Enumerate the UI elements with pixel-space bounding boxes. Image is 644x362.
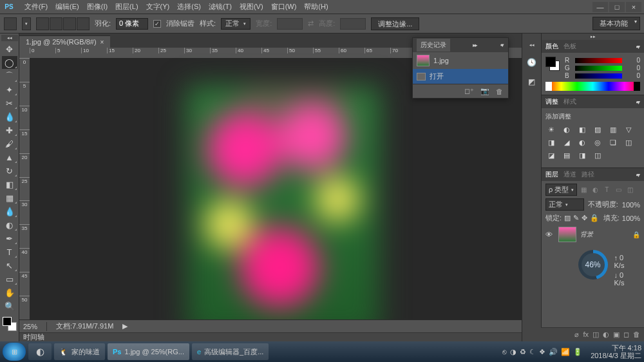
adjustment-icon[interactable]: ▽ [623, 125, 634, 135]
layer-name[interactable]: 背景 [580, 230, 593, 239]
zoom-tool[interactable]: 🔍 [2, 300, 17, 312]
foreground-color[interactable] [3, 317, 12, 326]
minimize-button[interactable]: — [592, 2, 608, 12]
new-layer-icon[interactable]: ◻ [623, 330, 629, 339]
layers-tab[interactable]: 图层 [545, 170, 558, 179]
color-swatch[interactable] [3, 317, 17, 331]
feather-input[interactable] [116, 18, 148, 30]
link-layers-icon[interactable]: ⌀ [574, 330, 579, 339]
brush-tool[interactable]: 🖌 [2, 137, 17, 150]
menu-file[interactable]: 文件(F) [21, 1, 52, 13]
adjustment-icon[interactable]: ◐ [561, 125, 572, 135]
color-tab[interactable]: 颜色 [545, 42, 558, 51]
toolbox-collapse[interactable]: ◂◂ [1, 35, 18, 41]
workspace-switcher[interactable]: 基本功能 [592, 17, 640, 30]
adjustment-icon[interactable]: ◨ [576, 151, 587, 160]
lasso-tool[interactable]: ⌒ [2, 70, 17, 82]
dock-properties-icon[interactable]: ◩ [526, 76, 538, 88]
filter-shape-icon[interactable]: ▭ [613, 186, 623, 195]
fg-swatch[interactable] [545, 57, 556, 67]
lock-trans-icon[interactable]: ▨ [564, 214, 571, 222]
dock-history-icon[interactable]: 🕓 [526, 57, 538, 68]
b-value[interactable]: 0 [626, 72, 640, 79]
layer-filter-kind[interactable]: ρ 类型 [545, 184, 577, 196]
refine-edge-button[interactable]: 调整边缘... [371, 17, 419, 30]
healing-brush-tool[interactable]: ✚ [2, 124, 17, 137]
adjustment-icon[interactable]: ▤ [561, 151, 572, 160]
swatches-tab[interactable]: 色板 [564, 42, 576, 51]
crop-tool[interactable]: ✂ [2, 97, 17, 110]
layer-thumbnail[interactable] [558, 227, 576, 242]
b-slider[interactable] [575, 73, 622, 79]
filter-smart-icon[interactable]: ◫ [625, 186, 635, 195]
opacity-value[interactable]: 100% [622, 201, 640, 209]
start-button[interactable]: ⊞ [3, 343, 26, 361]
lock-pos-icon[interactable]: ✥ [582, 214, 587, 222]
layer-visibility-icon[interactable]: 👁 [545, 231, 554, 238]
styles-tab[interactable]: 样式 [564, 97, 576, 106]
lock-all-icon[interactable]: 🔒 [590, 214, 599, 222]
menu-layer[interactable]: 图层(L) [111, 1, 142, 13]
menu-image[interactable]: 图像(I) [83, 1, 111, 13]
ruler-vertical[interactable]: 05101520253035404550 [19, 58, 30, 319]
history-new-doc-icon[interactable]: ◻⁺ [464, 87, 474, 95]
eyedropper-tool[interactable]: 💧 [2, 110, 17, 123]
adjustment-icon[interactable]: ❏ [607, 138, 618, 148]
eraser-tool[interactable]: ◧ [2, 178, 17, 191]
adjustment-icon[interactable]: ◪ [545, 151, 556, 160]
marquee-tool[interactable]: ◯ [2, 56, 17, 69]
current-tool-icon[interactable] [4, 17, 17, 30]
gradient-tool[interactable]: ▦ [2, 191, 17, 204]
stamp-tool[interactable]: ▲ [2, 151, 17, 164]
selection-add-icon[interactable] [50, 17, 62, 30]
adjustment-icon[interactable]: ◐ [576, 138, 587, 148]
history-snapshot[interactable]: 1.jpg [413, 52, 508, 69]
document-tab[interactable]: 1.jpg @ 25%(RGB/8#) × [19, 35, 110, 48]
filter-type-icon[interactable]: T [601, 186, 612, 195]
history-step[interactable]: 打开 [413, 69, 508, 84]
pen-tool[interactable]: ✒ [2, 232, 17, 245]
lock-pixel-icon[interactable]: ✎ [573, 214, 579, 222]
fill-value[interactable]: 100% [622, 214, 640, 222]
status-caret[interactable]: ▶ [122, 322, 128, 330]
adjustment-icon[interactable]: ◫ [623, 138, 634, 148]
antialias-checkbox[interactable]: ✓ [153, 20, 161, 28]
layer-fx-icon[interactable]: fx [583, 330, 589, 339]
selection-intersect-icon[interactable] [77, 17, 90, 30]
timeline-bar[interactable]: 时间轴 [19, 332, 522, 341]
menu-view[interactable]: 视图(V) [236, 1, 267, 13]
type-tool[interactable]: T [2, 245, 17, 258]
tray-icon[interactable]: ☾ [529, 348, 536, 356]
tray-icon[interactable]: ⎋ [502, 348, 507, 356]
adjustment-icon[interactable]: ◢ [561, 138, 572, 148]
adjustments-tab[interactable]: 调整 [545, 97, 558, 106]
menu-window[interactable]: 窗口(W) [267, 1, 301, 13]
tray-battery-icon[interactable]: 🔋 [573, 348, 582, 356]
adjustment-icon[interactable]: ▥ [607, 125, 618, 135]
r-value[interactable]: 0 [626, 57, 640, 64]
path-tool[interactable]: ↖ [2, 259, 17, 272]
history-tab[interactable]: 历史记录 [417, 39, 450, 52]
r-slider[interactable] [575, 58, 622, 63]
menu-filter[interactable]: 滤镜(T) [205, 1, 236, 13]
tray-network-icon[interactable]: 📶 [561, 348, 570, 356]
channels-tab[interactable]: 通道 [564, 170, 576, 179]
adjustment-icon[interactable]: ◫ [592, 151, 603, 160]
history-panel[interactable]: 历史记录 ▸▸ ▪▾ 1.jpg 打开 ◻⁺ 📷 🗑 [412, 37, 509, 99]
taskbar-item-1[interactable]: 🐧家的味道 [54, 343, 105, 360]
taskbar-item-2[interactable]: Ps1.jpg @ 25%(RG... [108, 343, 189, 360]
history-panel-menu[interactable]: ▪▾ [499, 42, 504, 48]
history-snapshot-icon[interactable]: 📷 [480, 87, 489, 95]
blend-mode-select[interactable]: 正常 [545, 198, 584, 211]
selection-new-icon[interactable] [36, 17, 49, 30]
adjustment-icon[interactable]: ◨ [545, 138, 556, 148]
g-slider[interactable] [575, 66, 622, 71]
filter-pixel-icon[interactable]: ▦ [578, 186, 589, 195]
delete-layer-icon[interactable]: 🗑 [633, 330, 640, 339]
clock[interactable]: 下午 4:18 2018/4/3 星期二 [591, 344, 641, 359]
zoom-level[interactable]: 25% [23, 323, 37, 330]
color-panel-menu[interactable]: ▪▾ [634, 43, 640, 50]
adjustment-icon[interactable]: ▨ [592, 125, 603, 135]
style-select[interactable]: 正常▾ [221, 18, 251, 30]
selection-subtract-icon[interactable] [63, 17, 76, 30]
